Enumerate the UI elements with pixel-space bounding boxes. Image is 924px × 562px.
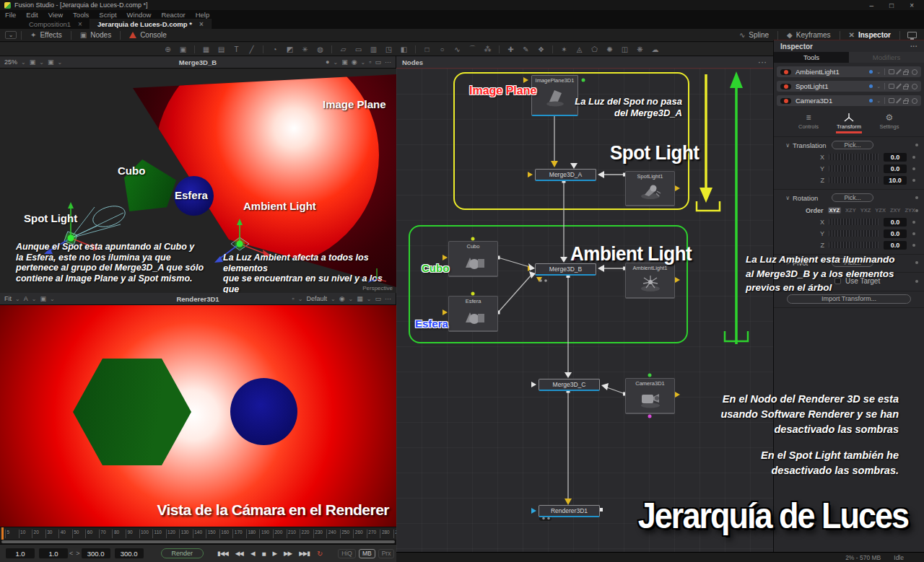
edit-icon[interactable] xyxy=(896,69,902,75)
expand-icon[interactable]: ▭ xyxy=(375,58,381,66)
chevron-down-icon[interactable]: ⌄ xyxy=(57,59,62,66)
chevron-down-icon[interactable]: ⌄ xyxy=(876,84,881,89)
edit-icon[interactable] xyxy=(896,98,902,104)
node-cubo[interactable]: Cubo xyxy=(448,241,498,277)
tab-close-icon[interactable]: × xyxy=(199,20,204,28)
viewer-layout-icon[interactable]: ▣ xyxy=(40,295,46,302)
tab-close-icon[interactable]: × xyxy=(78,20,82,28)
global-start-field[interactable]: 1.0 xyxy=(6,548,35,558)
split-view-icon[interactable]: ▫ xyxy=(292,295,295,302)
tab-tools[interactable]: Tools xyxy=(774,52,849,63)
cache-icon[interactable] xyxy=(912,69,918,75)
order-option-xzy[interactable]: XZY xyxy=(845,207,856,214)
view-3d-icon[interactable]: ◉ xyxy=(352,58,357,66)
rotation-z-slider[interactable] xyxy=(829,242,879,248)
translation-x-slider[interactable] xyxy=(829,154,879,160)
menu-help[interactable]: Help xyxy=(196,11,210,19)
menu-window[interactable]: Window xyxy=(127,11,152,19)
nodes-button[interactable]: ▣ Nodes xyxy=(71,29,120,41)
scrollbar-thumb[interactable] xyxy=(1,540,395,543)
chevron-down-icon[interactable]: ⌄ xyxy=(298,296,303,302)
chevron-down-icon[interactable]: ⌄ xyxy=(331,296,336,302)
hiq-button[interactable]: HiQ xyxy=(338,549,356,558)
bspline-mask-icon[interactable]: ⌒ xyxy=(465,44,480,54)
lock-icon[interactable] xyxy=(903,100,908,104)
color-channel-icon[interactable]: ● xyxy=(326,58,329,66)
chevron-down-icon[interactable]: ⌄ xyxy=(334,59,339,66)
viewer-menu-icon[interactable]: ··· xyxy=(385,58,391,66)
render-viewport[interactable]: Vista de la Cámara en el Renderer xyxy=(0,305,396,527)
color-icon[interactable]: ◍ xyxy=(313,45,328,53)
node-merge3d-c[interactable]: Merge3D_C xyxy=(539,379,600,391)
polygon-mask-icon[interactable]: ∿ xyxy=(450,45,465,53)
menu-file[interactable]: File xyxy=(5,11,16,19)
translation-z-slider[interactable] xyxy=(829,177,879,183)
rotation-order-options[interactable]: XYZXZYYXZYZXZXYZYX xyxy=(828,207,916,214)
go-to-end-button[interactable]: ▶▶▮ xyxy=(299,550,310,557)
console-button[interactable]: Console xyxy=(121,29,175,41)
add-icon[interactable]: ✚ xyxy=(503,45,518,53)
image-icon[interactable]: ▦ xyxy=(199,45,214,53)
translation-y-slider[interactable] xyxy=(829,165,879,172)
lut-icon[interactable]: ▣ xyxy=(341,58,348,66)
option-icon[interactable]: ▫ xyxy=(369,58,371,66)
cache-icon[interactable] xyxy=(912,84,918,89)
global-end-field[interactable]: 300.0 xyxy=(115,548,144,558)
render-start-field[interactable]: 1.0 xyxy=(39,548,68,558)
resize-icon[interactable]: ◳ xyxy=(381,45,396,53)
chevron-down-icon[interactable]: ⌄ xyxy=(349,296,354,302)
rotation-y-value[interactable]: 0.0 xyxy=(884,229,907,238)
line-icon[interactable]: ╱ xyxy=(244,45,259,53)
step-back-button[interactable]: ◀ xyxy=(250,550,255,557)
light3d-icon[interactable]: ✺ xyxy=(602,45,617,53)
matte-icon[interactable]: ◩ xyxy=(282,45,297,53)
select-icon[interactable]: ⊕ xyxy=(160,45,175,53)
version-icon[interactable] xyxy=(889,84,894,89)
menu-reactor[interactable]: Reactor xyxy=(161,11,185,19)
order-option-zyx[interactable]: ZYX xyxy=(905,207,915,214)
merge3d-icon[interactable]: ❋ xyxy=(632,45,648,53)
chevron-down-icon[interactable]: ⌄ xyxy=(50,296,55,302)
pencil-icon[interactable]: ✎ xyxy=(518,45,533,53)
subtab-controls[interactable]: ≡ Controls xyxy=(793,113,824,133)
viewer-menu-icon[interactable]: ··· xyxy=(385,295,391,302)
stop-button[interactable]: ■ xyxy=(261,550,265,558)
lock-icon[interactable] xyxy=(903,71,908,75)
menu-tools[interactable]: Tools xyxy=(73,11,89,19)
menu-edit[interactable]: Edit xyxy=(26,11,38,19)
lock-icon[interactable]: ◉ xyxy=(339,295,345,302)
tool-row-spotlight1[interactable]: SpotLight1 ⌄ xyxy=(777,81,921,92)
spline-button[interactable]: ∿ Spline xyxy=(731,29,777,41)
chevron-down-icon[interactable]: ⌄ xyxy=(21,59,26,66)
close-button[interactable]: × xyxy=(910,1,914,9)
shape3d-icon[interactable]: ⬠ xyxy=(587,45,602,53)
channel-icon[interactable]: ▥ xyxy=(366,45,381,53)
fit-level[interactable]: Fit xyxy=(4,295,12,302)
chevron-down-icon[interactable]: ⌄ xyxy=(876,98,881,104)
rotation-x-slider[interactable] xyxy=(829,219,879,225)
translation-z-value[interactable]: 10.0 xyxy=(884,176,907,185)
tool-row-camera3d1[interactable]: Camera3D1 ⌄ xyxy=(777,95,921,106)
menu-view[interactable]: View xyxy=(48,11,63,19)
pyramid-icon[interactable]: ◬ xyxy=(572,45,587,53)
node-merge3d-a[interactable]: Merge3D_A xyxy=(535,169,596,181)
prev-arrow[interactable]: < xyxy=(69,550,73,557)
enable-led-icon[interactable] xyxy=(780,98,791,104)
version-icon[interactable] xyxy=(889,98,894,103)
chevron-down-icon[interactable]: ⌄ xyxy=(32,296,37,302)
subtab-transform[interactable]: Transform xyxy=(834,113,864,133)
maximize-button[interactable]: □ xyxy=(889,1,894,9)
translation-x-value[interactable]: 0.0 xyxy=(884,153,907,162)
grid-icon[interactable]: ▦ xyxy=(357,295,363,302)
expand-icon[interactable]: ▭ xyxy=(375,295,381,302)
particles-icon[interactable]: ✶ xyxy=(557,45,572,53)
node-renderer3d1[interactable]: Renderer3D1 xyxy=(539,505,600,517)
view-dot-icon[interactable] xyxy=(869,84,873,88)
node-spotlight1[interactable]: SpotLight1 xyxy=(625,171,675,206)
chevron-down-icon[interactable]: ⌄ xyxy=(367,296,372,302)
chevron-down-icon[interactable]: ⌄ xyxy=(15,296,20,302)
node-ambientlight1[interactable]: AmbientLight1 xyxy=(625,263,675,299)
node-camera3d1[interactable]: Camera3D1 xyxy=(625,378,675,414)
ellipse-mask-icon[interactable]: ○ xyxy=(435,45,450,53)
timeline-ruler[interactable]: 5102030405060708090100110120130140150160… xyxy=(0,527,396,540)
